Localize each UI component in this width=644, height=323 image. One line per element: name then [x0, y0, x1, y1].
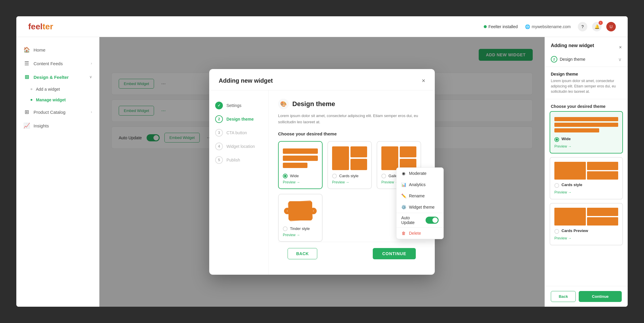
step-5-publish: 5 Publish	[215, 153, 262, 167]
right-theme-gallery[interactable]: Cards Preview Preview →	[550, 203, 623, 245]
sub-dot-add	[31, 88, 32, 90]
theme-palette-icon: 🎨	[278, 99, 289, 109]
tinder-arrows: ‹ ›	[283, 208, 318, 214]
tinder-radio: Tinder style	[283, 226, 318, 231]
sidebar-label-home: Home	[34, 47, 45, 52]
top-nav: feelter Feelter installed 🌐 mywebsitenam…	[16, 16, 628, 37]
nav-icons: ? 🔔 1 U	[578, 22, 616, 31]
modal-close-button[interactable]: ×	[422, 77, 425, 84]
modal-header: Adding new widget ×	[209, 69, 435, 90]
back-button[interactable]: BACK	[288, 248, 317, 259]
context-menu: ◉ Moderate 📊 Analytics ✏️ Rename ⚙️ Widg…	[396, 167, 444, 239]
step-5-circle: 5	[215, 156, 223, 164]
status-dot	[484, 25, 487, 28]
sidebar-label-product-catalog: Product Catalog	[34, 110, 66, 115]
sidebar-item-design[interactable]: ⊞ Design & Feelter ∨	[16, 70, 99, 84]
gallery-block-1	[381, 146, 398, 170]
step-2-circle: 2	[215, 115, 223, 123]
rp-wide-name: Wide	[561, 137, 571, 141]
menu-item-rename[interactable]: ✏️ Rename	[396, 190, 443, 202]
widget-theme-label: Widget theme	[409, 205, 434, 210]
rename-icon: ✏️	[401, 194, 406, 198]
cards-block-3	[350, 159, 367, 170]
analytics-icon: 📊	[401, 182, 406, 187]
logo-feel: feel	[28, 22, 42, 31]
right-section-desc: Lorem ipsum dolor sit amet, consectetur …	[551, 78, 622, 94]
wide-preview	[283, 146, 318, 170]
step-1-circle: ✓	[215, 102, 223, 109]
notification-badge: 1	[599, 21, 603, 25]
sidebar-item-content-feeds[interactable]: ☰ Content Feeds ›	[16, 57, 99, 70]
right-choose-label: Choose your desired theme	[545, 99, 628, 111]
wide-radio-label: Wide	[290, 174, 299, 178]
rp-card-3	[587, 171, 618, 180]
menu-item-analytics[interactable]: 📊 Analytics	[396, 179, 443, 190]
theme-card-wide[interactable]: Wide Preview →	[278, 141, 323, 189]
menu-item-delete[interactable]: 🗑 Delete	[396, 228, 443, 239]
theme-description: Lorem ipsum dolor sit amet, consectetur …	[278, 113, 425, 125]
rp-cards-name: Cards style	[561, 183, 582, 187]
sidebar-item-insights[interactable]: 📈 Insights	[16, 119, 99, 132]
cards-preview-link[interactable]: Preview →	[332, 180, 367, 184]
right-panel-footer: Back Continue	[545, 286, 628, 307]
chevron-right-icon: ›	[91, 61, 92, 65]
gallery-preview	[381, 146, 416, 170]
help-button[interactable]: ?	[578, 22, 587, 31]
home-icon: 🏠	[23, 47, 30, 53]
sidebar-item-product-catalog[interactable]: ⊞ Product Catalog ›	[16, 105, 99, 119]
theme-card-cards[interactable]: Cards style Preview →	[327, 141, 372, 189]
delete-icon: 🗑	[401, 231, 406, 236]
right-theme-wide[interactable]: Wide Preview →	[550, 111, 623, 153]
sub-dot-manage	[31, 99, 32, 101]
catalog-chevron-icon: ›	[91, 110, 92, 114]
right-theme-cards[interactable]: Cards style Preview →	[550, 157, 623, 199]
gallery-radio-circle	[381, 174, 386, 178]
menu-item-moderate[interactable]: ◉ Moderate	[396, 168, 443, 179]
nav-status: Feelter installed	[484, 24, 518, 29]
rp-gal-2	[587, 208, 618, 216]
app-container: feelter Feelter installed 🌐 mywebsitenam…	[16, 16, 628, 307]
menu-item-widget-theme[interactable]: ⚙️ Widget theme	[396, 202, 443, 213]
sidebar-item-home[interactable]: 🏠 Home	[16, 43, 99, 57]
cards-preview	[332, 146, 367, 170]
right-panel-close-button[interactable]: ×	[619, 45, 622, 50]
wide-bar-2	[283, 156, 318, 161]
wide-preview-link[interactable]: Preview →	[283, 180, 318, 184]
step-3-label: CTA button	[226, 130, 247, 135]
cards-block-1	[332, 146, 349, 170]
right-step-label: Design theme	[560, 57, 585, 62]
notification-button[interactable]: 🔔 1	[592, 22, 602, 31]
tinder-preview-link[interactable]: Preview →	[283, 233, 318, 237]
delete-label: Delete	[409, 231, 421, 236]
rp-cards-preview	[554, 162, 618, 180]
theme-card-tinder[interactable]: ‹ › Tinder style Preview →	[278, 194, 323, 242]
rp-gallery-name: Cards Preview	[561, 228, 588, 233]
right-back-button[interactable]: Back	[551, 291, 576, 302]
sidebar-label-design: Design & Feelter	[34, 75, 69, 80]
sidebar-item-manage-widget[interactable]: Manage widget	[16, 95, 99, 105]
rp-cards-radio	[554, 183, 559, 188]
rp-card-1	[554, 162, 586, 180]
right-chevron-icon: ∨	[618, 57, 622, 62]
rp-card-2	[587, 162, 618, 170]
choose-theme-label: Choose your desired theme	[278, 131, 425, 136]
rp-gallery-preview-link[interactable]: Preview →	[554, 236, 572, 240]
sidebar-item-add-widget[interactable]: Add a widget	[16, 84, 99, 95]
avatar-button[interactable]: U	[606, 22, 616, 31]
auto-update-toggle-menu[interactable]	[426, 217, 439, 224]
rp-bar-2	[554, 123, 618, 127]
rp-wide-preview-link[interactable]: Preview →	[554, 144, 572, 148]
right-continue-button[interactable]: Continue	[579, 291, 622, 302]
right-section-title: Design theme	[551, 72, 622, 76]
cards-radio-label: Cards style	[339, 174, 359, 178]
rp-cards-preview-link[interactable]: Preview →	[554, 190, 572, 194]
step-4-circle: 4	[215, 143, 223, 150]
tinder-right-arrow: ›	[310, 208, 317, 214]
right-panel: Adding new widget × 2 Design theme ∨ Des…	[545, 37, 628, 307]
globe-icon: 🌐	[525, 24, 530, 29]
sidebar-label-manage-widget: Manage widget	[36, 97, 66, 102]
continue-button[interactable]: CONTINUE	[373, 248, 416, 259]
cards-block-2	[350, 146, 367, 158]
step-4-location: 4 Widget location	[215, 140, 262, 153]
website-label: mywebsitename.com	[532, 24, 571, 29]
